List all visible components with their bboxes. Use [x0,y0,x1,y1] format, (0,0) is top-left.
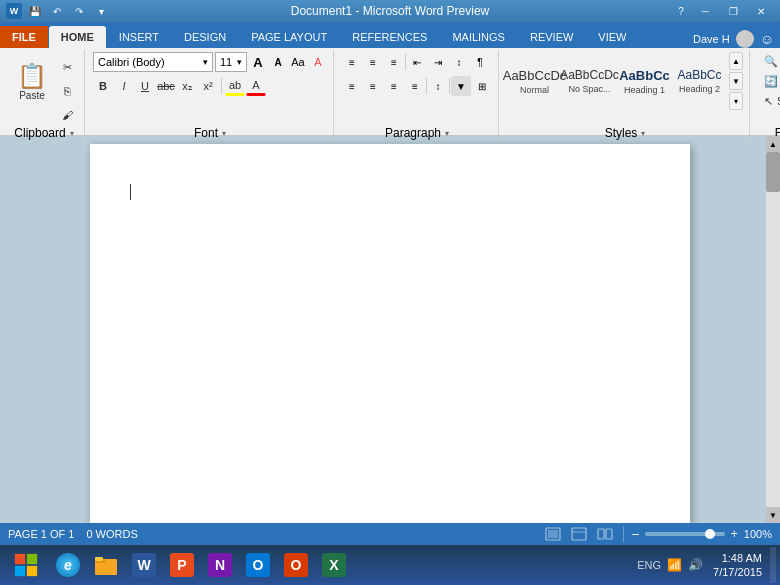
quick-redo-btn[interactable]: ↷ [70,2,88,20]
scrollbar[interactable]: ▲ ▼ [766,136,780,523]
style-heading2[interactable]: AaBbCc Heading 2 [672,52,727,110]
document-area[interactable]: ▲ ▼ [0,136,780,523]
increase-indent-button[interactable]: ⇥ [428,52,448,72]
document-page[interactable] [90,144,690,523]
outlook-icon[interactable]: O [240,547,276,583]
office-icon[interactable]: O [278,547,314,583]
align-right-button[interactable]: ≡ [384,76,404,96]
multilevel-button[interactable]: ≡ [384,52,404,72]
select-button[interactable]: ↖ Select ▾ [758,92,780,110]
quick-undo-btn[interactable]: ↶ [48,2,66,20]
speaker-icon[interactable]: 🔊 [688,558,703,572]
superscript-button[interactable]: x² [198,76,218,96]
restore-button[interactable]: ❐ [720,0,746,22]
scroll-thumb[interactable] [766,152,780,192]
shading-button[interactable]: ▼ [451,76,471,96]
scroll-up-btn[interactable]: ▲ [766,136,780,152]
format-painter-button[interactable]: 🖌 [56,104,78,126]
sort-button[interactable]: ↕ [449,52,469,72]
start-button[interactable] [4,547,48,583]
excel-icon[interactable]: X [316,547,352,583]
highlight-button[interactable]: ab [225,76,245,96]
web-layout-btn[interactable] [569,526,589,542]
file-explorer-icon[interactable] [88,547,124,583]
clock[interactable]: 1:48 AM 7/17/2015 [713,551,762,580]
styles-scroll: ▲ ▼ ▾ [729,52,743,110]
line-spacing-button[interactable]: ↕ [428,76,448,96]
paste-button[interactable]: 📋 Paste [10,52,54,110]
word-taskbar-icon[interactable]: W [126,547,162,583]
underline-button[interactable]: U [135,76,155,96]
quick-dropdown-btn[interactable]: ▾ [92,2,110,20]
font-family-arrow: ▾ [203,57,208,67]
font-size-selector[interactable]: 11 ▾ [215,52,247,72]
style-normal-label: Normal [520,85,549,95]
cut-button[interactable]: ✂ [56,56,78,78]
styles-scroll-down[interactable]: ▼ [729,72,743,90]
show-desktop-btn[interactable] [770,547,776,583]
tab-pagelayout[interactable]: PAGE LAYOUT [239,26,339,48]
font-expand-icon[interactable]: ▾ [222,129,226,138]
print-layout-btn[interactable] [543,526,563,542]
style-no-spacing[interactable]: AaBbCcDc No Spac... [562,52,617,110]
style-normal[interactable]: AaBbCcDc Normal [507,52,562,110]
onenote-icon[interactable]: N [202,547,238,583]
decrease-indent-button[interactable]: ⇤ [407,52,427,72]
tab-insert[interactable]: INSERT [107,26,171,48]
zoom-out-btn[interactable]: – [632,527,639,541]
tab-file[interactable]: FILE [0,26,48,48]
network-icon[interactable]: 📶 [667,558,682,572]
show-para-button[interactable]: ¶ [470,52,490,72]
styles-scroll-up[interactable]: ▲ [729,52,743,70]
internet-explorer-icon[interactable]: e [50,547,86,583]
replace-button[interactable]: 🔄 Replace [758,72,780,90]
para-divider-3 [449,78,450,94]
styles-more[interactable]: ▾ [729,92,743,110]
paragraph-expand-icon[interactable]: ▾ [445,129,449,138]
para-divider [405,54,406,70]
tab-references[interactable]: REFERENCES [340,26,439,48]
user-avatar [736,30,754,48]
strikethrough-button[interactable]: abc [156,76,176,96]
font-color-button[interactable]: A [246,76,266,96]
zoom-in-btn[interactable]: + [731,527,738,541]
zoom-thumb[interactable] [705,529,715,539]
text-cursor [130,184,131,200]
align-center-button[interactable]: ≡ [363,76,383,96]
subscript-button[interactable]: x₂ [177,76,197,96]
tab-home[interactable]: HOME [49,26,106,48]
font-case-button[interactable]: Aa [289,53,307,71]
align-left-button[interactable]: ≡ [342,76,362,96]
svg-rect-1 [548,530,558,538]
borders-button[interactable]: ⊞ [472,76,492,96]
quick-save-btn[interactable]: 💾 [26,2,44,20]
find-button[interactable]: 🔍 Find ▾ [758,52,780,70]
tab-view[interactable]: VIEW [586,26,638,48]
tab-mailings[interactable]: MAILINGS [440,26,517,48]
clear-format-button[interactable]: A [309,53,327,71]
clipboard-expand-icon[interactable]: ▾ [70,129,74,138]
zoom-slider[interactable] [645,532,725,536]
styles-expand-icon[interactable]: ▾ [641,129,645,138]
minimize-button[interactable]: ─ [692,0,718,22]
justify-button[interactable]: ≡ [405,76,425,96]
bold-button[interactable]: B [93,76,113,96]
publisher-icon[interactable]: P [164,547,200,583]
font-grow-button[interactable]: A [249,53,267,71]
numbering-button[interactable]: ≡ [363,52,383,72]
system-tray: ENG 📶 🔊 [637,558,709,572]
word-logo: W [132,553,156,577]
style-heading1[interactable]: AaBbCc Heading 1 [617,52,672,110]
read-mode-btn[interactable] [595,526,615,542]
font-shrink-button[interactable]: A [269,53,287,71]
smiley-icon[interactable]: ☺ [760,31,774,47]
tab-review[interactable]: REVIEW [518,26,585,48]
copy-button[interactable]: ⎘ [56,80,78,102]
font-family-selector[interactable]: Calibri (Body) ▾ [93,52,213,72]
scroll-down-btn[interactable]: ▼ [766,507,780,523]
help-icon[interactable]: ? [672,2,690,20]
tab-design[interactable]: DESIGN [172,26,238,48]
italic-button[interactable]: I [114,76,134,96]
close-button[interactable]: ✕ [748,0,774,22]
bullets-button[interactable]: ≡ [342,52,362,72]
